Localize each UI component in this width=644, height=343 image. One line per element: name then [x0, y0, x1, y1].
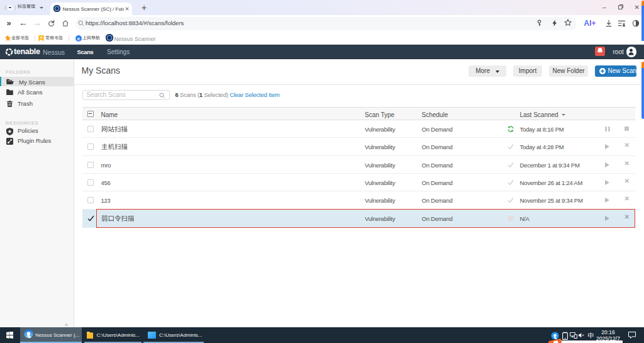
svg-text:e: e	[77, 36, 80, 42]
